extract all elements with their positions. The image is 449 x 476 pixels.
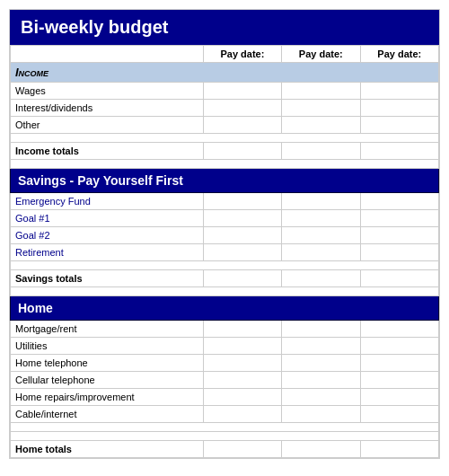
table-row: Interest/dividends — [11, 100, 439, 117]
header-pay3: Pay date: — [360, 46, 438, 63]
home-item-repairs: Home repairs/improvement — [11, 389, 204, 406]
table-row: Wages — [11, 83, 439, 100]
spacer-row — [11, 287, 439, 296]
budget-table: Pay date: Pay date: Pay date: Income Wag… — [10, 45, 439, 458]
home-repairs-pay1[interactable] — [203, 389, 281, 406]
home-utilities-pay3[interactable] — [360, 338, 438, 355]
home-item-cable: Cable/internet — [11, 406, 204, 423]
income-wages-pay3[interactable] — [360, 83, 438, 100]
home-mortgage-pay1[interactable] — [203, 321, 281, 338]
spacer-row — [11, 423, 439, 432]
table-row: Home telephone — [11, 355, 439, 372]
income-item-other: Other — [11, 117, 204, 134]
table-row: Cable/internet — [11, 406, 439, 423]
home-cable-pay2[interactable] — [282, 406, 360, 423]
savings-item-goal2: Goal #2 — [11, 227, 204, 244]
savings-emergency-pay1[interactable] — [203, 193, 281, 210]
savings-goal2-pay3[interactable] — [360, 227, 438, 244]
budget-page: Bi-weekly budget Pay date: Pay date: Pay… — [9, 9, 440, 459]
income-interest-pay2[interactable] — [282, 100, 360, 117]
income-total-pay2[interactable] — [282, 143, 360, 160]
savings-retirement-pay1[interactable] — [203, 244, 281, 261]
home-totals-label: Home totals — [11, 441, 204, 458]
table-row: Goal #2 — [11, 227, 439, 244]
home-mortgage-pay2[interactable] — [282, 321, 360, 338]
home-total-pay2[interactable] — [282, 441, 360, 458]
savings-header-label: Savings - Pay Yourself First — [11, 169, 439, 193]
home-total-pay3[interactable] — [360, 441, 438, 458]
column-header-row: Pay date: Pay date: Pay date: — [11, 46, 439, 63]
home-item-mortgage: Mortgage/rent — [11, 321, 204, 338]
savings-totals-label: Savings totals — [11, 270, 204, 287]
spacer-row — [11, 261, 439, 270]
income-totals-label: Income totals — [11, 143, 204, 160]
income-total-pay1[interactable] — [203, 143, 281, 160]
home-utilities-pay1[interactable] — [203, 338, 281, 355]
savings-emergency-pay3[interactable] — [360, 193, 438, 210]
savings-item-emergency: Emergency Fund — [11, 193, 204, 210]
income-header-label: Income — [11, 63, 439, 83]
home-total-pay1[interactable] — [203, 441, 281, 458]
home-cable-pay1[interactable] — [203, 406, 281, 423]
savings-goal1-pay1[interactable] — [203, 210, 281, 227]
savings-emergency-pay2[interactable] — [282, 193, 360, 210]
savings-totals-row: Savings totals — [11, 270, 439, 287]
savings-goal2-pay2[interactable] — [282, 227, 360, 244]
savings-goal1-pay2[interactable] — [282, 210, 360, 227]
income-other-pay2[interactable] — [282, 117, 360, 134]
savings-goal2-pay1[interactable] — [203, 227, 281, 244]
home-section-header: Home — [11, 296, 439, 321]
savings-goal1-pay3[interactable] — [360, 210, 438, 227]
table-row: Goal #1 — [11, 210, 439, 227]
home-cellular-pay2[interactable] — [282, 372, 360, 389]
home-item-utilities: Utilities — [11, 338, 204, 355]
income-section-header: Income — [11, 63, 439, 83]
spacer-row — [11, 432, 439, 441]
header-pay2: Pay date: — [282, 46, 360, 63]
home-mortgage-pay3[interactable] — [360, 321, 438, 338]
home-cable-pay3[interactable] — [360, 406, 438, 423]
page-title: Bi-weekly budget — [10, 10, 439, 45]
savings-item-retirement: Retirement — [11, 244, 204, 261]
home-cellular-pay1[interactable] — [203, 372, 281, 389]
savings-retirement-pay3[interactable] — [360, 244, 438, 261]
home-utilities-pay2[interactable] — [282, 338, 360, 355]
table-row: Home repairs/improvement — [11, 389, 439, 406]
home-item-telephone: Home telephone — [11, 355, 204, 372]
income-other-pay3[interactable] — [360, 117, 438, 134]
home-totals-row: Home totals — [11, 441, 439, 458]
home-cellular-pay3[interactable] — [360, 372, 438, 389]
income-other-pay1[interactable] — [203, 117, 281, 134]
savings-total-pay1[interactable] — [203, 270, 281, 287]
home-telephone-pay2[interactable] — [282, 355, 360, 372]
spacer-row — [11, 160, 439, 169]
home-header-label: Home — [11, 296, 439, 321]
income-totals-row: Income totals — [11, 143, 439, 160]
header-label-col — [11, 46, 204, 63]
table-row: Mortgage/rent — [11, 321, 439, 338]
table-row: Cellular telephone — [11, 372, 439, 389]
savings-section-header: Savings - Pay Yourself First — [11, 169, 439, 193]
table-row: Emergency Fund — [11, 193, 439, 210]
table-row: Other — [11, 117, 439, 134]
savings-item-goal1: Goal #1 — [11, 210, 204, 227]
home-item-cellular: Cellular telephone — [11, 372, 204, 389]
income-item-interest: Interest/dividends — [11, 100, 204, 117]
home-telephone-pay1[interactable] — [203, 355, 281, 372]
income-wages-pay1[interactable] — [203, 83, 281, 100]
income-total-pay3[interactable] — [360, 143, 438, 160]
home-repairs-pay2[interactable] — [282, 389, 360, 406]
home-repairs-pay3[interactable] — [360, 389, 438, 406]
table-row: Retirement — [11, 244, 439, 261]
savings-total-pay3[interactable] — [360, 270, 438, 287]
savings-retirement-pay2[interactable] — [282, 244, 360, 261]
home-telephone-pay3[interactable] — [360, 355, 438, 372]
income-interest-pay3[interactable] — [360, 100, 438, 117]
spacer-row — [11, 134, 439, 143]
table-row: Utilities — [11, 338, 439, 355]
header-pay1: Pay date: — [203, 46, 281, 63]
savings-total-pay2[interactable] — [282, 270, 360, 287]
income-interest-pay1[interactable] — [203, 100, 281, 117]
income-item-wages: Wages — [11, 83, 204, 100]
income-wages-pay2[interactable] — [282, 83, 360, 100]
